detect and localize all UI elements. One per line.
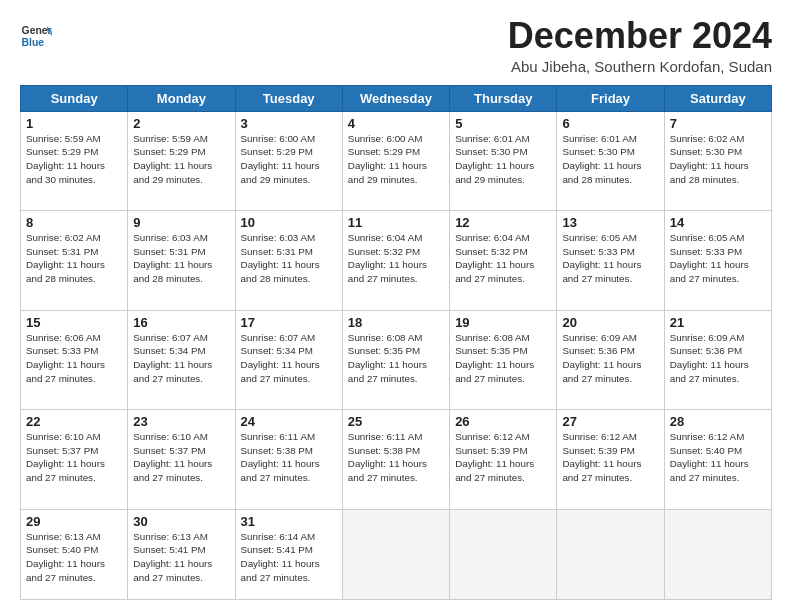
day-number: 2 <box>133 116 229 131</box>
day-info: Sunrise: 5:59 AMSunset: 5:29 PMDaylight:… <box>133 132 229 187</box>
page: General Blue December 2024 Abu Jibeha, S… <box>0 0 792 612</box>
day-info: Sunrise: 5:59 AMSunset: 5:29 PMDaylight:… <box>26 132 122 187</box>
day-info: Sunrise: 6:07 AMSunset: 5:34 PMDaylight:… <box>133 331 229 386</box>
day-info: Sunrise: 6:12 AMSunset: 5:39 PMDaylight:… <box>455 430 551 485</box>
table-row: 21Sunrise: 6:09 AMSunset: 5:36 PMDayligh… <box>664 310 771 409</box>
svg-text:Blue: Blue <box>22 37 45 48</box>
day-info: Sunrise: 6:10 AMSunset: 5:37 PMDaylight:… <box>26 430 122 485</box>
table-row <box>342 509 449 599</box>
table-row: 13Sunrise: 6:05 AMSunset: 5:33 PMDayligh… <box>557 211 664 310</box>
day-info: Sunrise: 6:00 AMSunset: 5:29 PMDaylight:… <box>241 132 337 187</box>
table-row: 10Sunrise: 6:03 AMSunset: 5:31 PMDayligh… <box>235 211 342 310</box>
day-info: Sunrise: 6:14 AMSunset: 5:41 PMDaylight:… <box>241 530 337 585</box>
day-info: Sunrise: 6:12 AMSunset: 5:40 PMDaylight:… <box>670 430 766 485</box>
table-row: 24Sunrise: 6:11 AMSunset: 5:38 PMDayligh… <box>235 410 342 509</box>
day-info: Sunrise: 6:01 AMSunset: 5:30 PMDaylight:… <box>562 132 658 187</box>
week-row-2: 8Sunrise: 6:02 AMSunset: 5:31 PMDaylight… <box>21 211 772 310</box>
table-row: 19Sunrise: 6:08 AMSunset: 5:35 PMDayligh… <box>450 310 557 409</box>
day-number: 6 <box>562 116 658 131</box>
day-number: 15 <box>26 315 122 330</box>
table-row: 12Sunrise: 6:04 AMSunset: 5:32 PMDayligh… <box>450 211 557 310</box>
table-row: 25Sunrise: 6:11 AMSunset: 5:38 PMDayligh… <box>342 410 449 509</box>
table-row: 11Sunrise: 6:04 AMSunset: 5:32 PMDayligh… <box>342 211 449 310</box>
day-number: 29 <box>26 514 122 529</box>
day-number: 25 <box>348 414 444 429</box>
table-row: 4Sunrise: 6:00 AMSunset: 5:29 PMDaylight… <box>342 111 449 210</box>
table-row: 9Sunrise: 6:03 AMSunset: 5:31 PMDaylight… <box>128 211 235 310</box>
table-row: 17Sunrise: 6:07 AMSunset: 5:34 PMDayligh… <box>235 310 342 409</box>
day-number: 24 <box>241 414 337 429</box>
table-row: 31Sunrise: 6:14 AMSunset: 5:41 PMDayligh… <box>235 509 342 599</box>
day-number: 26 <box>455 414 551 429</box>
day-number: 12 <box>455 215 551 230</box>
table-row: 30Sunrise: 6:13 AMSunset: 5:41 PMDayligh… <box>128 509 235 599</box>
day-info: Sunrise: 6:10 AMSunset: 5:37 PMDaylight:… <box>133 430 229 485</box>
table-row: 16Sunrise: 6:07 AMSunset: 5:34 PMDayligh… <box>128 310 235 409</box>
week-row-5: 29Sunrise: 6:13 AMSunset: 5:40 PMDayligh… <box>21 509 772 599</box>
day-info: Sunrise: 6:08 AMSunset: 5:35 PMDaylight:… <box>455 331 551 386</box>
day-info: Sunrise: 6:00 AMSunset: 5:29 PMDaylight:… <box>348 132 444 187</box>
table-row: 28Sunrise: 6:12 AMSunset: 5:40 PMDayligh… <box>664 410 771 509</box>
table-row: 15Sunrise: 6:06 AMSunset: 5:33 PMDayligh… <box>21 310 128 409</box>
day-number: 9 <box>133 215 229 230</box>
header-tuesday: Tuesday <box>235 85 342 111</box>
day-number: 19 <box>455 315 551 330</box>
day-info: Sunrise: 6:12 AMSunset: 5:39 PMDaylight:… <box>562 430 658 485</box>
header-sunday: Sunday <box>21 85 128 111</box>
table-row: 27Sunrise: 6:12 AMSunset: 5:39 PMDayligh… <box>557 410 664 509</box>
day-info: Sunrise: 6:09 AMSunset: 5:36 PMDaylight:… <box>670 331 766 386</box>
day-number: 18 <box>348 315 444 330</box>
day-info: Sunrise: 6:03 AMSunset: 5:31 PMDaylight:… <box>241 231 337 286</box>
day-number: 11 <box>348 215 444 230</box>
day-info: Sunrise: 6:13 AMSunset: 5:41 PMDaylight:… <box>133 530 229 585</box>
table-row: 6Sunrise: 6:01 AMSunset: 5:30 PMDaylight… <box>557 111 664 210</box>
day-info: Sunrise: 6:11 AMSunset: 5:38 PMDaylight:… <box>241 430 337 485</box>
calendar-table: Sunday Monday Tuesday Wednesday Thursday… <box>20 85 772 600</box>
header-wednesday: Wednesday <box>342 85 449 111</box>
header-thursday: Thursday <box>450 85 557 111</box>
day-number: 10 <box>241 215 337 230</box>
table-row: 8Sunrise: 6:02 AMSunset: 5:31 PMDaylight… <box>21 211 128 310</box>
day-info: Sunrise: 6:02 AMSunset: 5:31 PMDaylight:… <box>26 231 122 286</box>
day-number: 3 <box>241 116 337 131</box>
header: General Blue December 2024 Abu Jibeha, S… <box>20 16 772 75</box>
table-row: 22Sunrise: 6:10 AMSunset: 5:37 PMDayligh… <box>21 410 128 509</box>
table-row: 3Sunrise: 6:00 AMSunset: 5:29 PMDaylight… <box>235 111 342 210</box>
table-row <box>450 509 557 599</box>
logo: General Blue <box>20 20 52 52</box>
header-saturday: Saturday <box>664 85 771 111</box>
day-info: Sunrise: 6:07 AMSunset: 5:34 PMDaylight:… <box>241 331 337 386</box>
day-info: Sunrise: 6:01 AMSunset: 5:30 PMDaylight:… <box>455 132 551 187</box>
day-info: Sunrise: 6:11 AMSunset: 5:38 PMDaylight:… <box>348 430 444 485</box>
day-info: Sunrise: 6:08 AMSunset: 5:35 PMDaylight:… <box>348 331 444 386</box>
day-number: 4 <box>348 116 444 131</box>
header-monday: Monday <box>128 85 235 111</box>
day-number: 1 <box>26 116 122 131</box>
header-friday: Friday <box>557 85 664 111</box>
day-header-row: Sunday Monday Tuesday Wednesday Thursday… <box>21 85 772 111</box>
day-number: 30 <box>133 514 229 529</box>
day-info: Sunrise: 6:05 AMSunset: 5:33 PMDaylight:… <box>670 231 766 286</box>
day-info: Sunrise: 6:04 AMSunset: 5:32 PMDaylight:… <box>455 231 551 286</box>
day-number: 5 <box>455 116 551 131</box>
day-number: 16 <box>133 315 229 330</box>
day-info: Sunrise: 6:13 AMSunset: 5:40 PMDaylight:… <box>26 530 122 585</box>
day-number: 14 <box>670 215 766 230</box>
day-number: 23 <box>133 414 229 429</box>
table-row: 26Sunrise: 6:12 AMSunset: 5:39 PMDayligh… <box>450 410 557 509</box>
table-row: 7Sunrise: 6:02 AMSunset: 5:30 PMDaylight… <box>664 111 771 210</box>
table-row: 29Sunrise: 6:13 AMSunset: 5:40 PMDayligh… <box>21 509 128 599</box>
day-info: Sunrise: 6:02 AMSunset: 5:30 PMDaylight:… <box>670 132 766 187</box>
day-number: 31 <box>241 514 337 529</box>
day-number: 28 <box>670 414 766 429</box>
day-number: 8 <box>26 215 122 230</box>
day-info: Sunrise: 6:06 AMSunset: 5:33 PMDaylight:… <box>26 331 122 386</box>
table-row <box>557 509 664 599</box>
day-number: 13 <box>562 215 658 230</box>
day-info: Sunrise: 6:04 AMSunset: 5:32 PMDaylight:… <box>348 231 444 286</box>
day-number: 27 <box>562 414 658 429</box>
day-number: 21 <box>670 315 766 330</box>
week-row-1: 1Sunrise: 5:59 AMSunset: 5:29 PMDaylight… <box>21 111 772 210</box>
title-block: December 2024 Abu Jibeha, Southern Kordo… <box>508 16 772 75</box>
day-number: 22 <box>26 414 122 429</box>
